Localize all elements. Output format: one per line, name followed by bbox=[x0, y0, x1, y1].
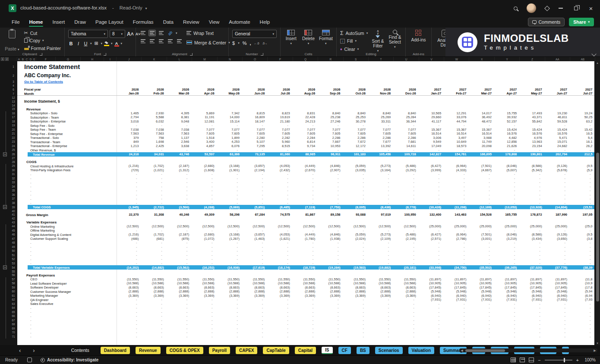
cell[interactable]: 8,815 bbox=[243, 111, 268, 116]
row-number[interactable]: 56 bbox=[9, 273, 17, 277]
cell[interactable]: - bbox=[192, 188, 217, 193]
cell[interactable]: - bbox=[142, 249, 167, 253]
cell[interactable]: - bbox=[243, 245, 268, 249]
cell[interactable]: (7,931) bbox=[419, 298, 444, 302]
row-number[interactable]: 18 bbox=[9, 119, 17, 124]
cell[interactable]: 212,5 bbox=[570, 152, 595, 157]
cell[interactable]: (10,588) bbox=[268, 281, 293, 286]
cell[interactable]: (10,905) bbox=[444, 281, 469, 286]
cell[interactable]: - bbox=[192, 335, 217, 339]
cell[interactable]: (8,663) bbox=[117, 286, 142, 290]
cell[interactable]: (11,550) bbox=[167, 277, 192, 282]
cell[interactable]: (1,780) bbox=[293, 237, 318, 241]
row-number[interactable]: 38 bbox=[9, 201, 17, 205]
cell[interactable]: - bbox=[117, 185, 142, 189]
cell[interactable]: - bbox=[243, 180, 268, 185]
cell[interactable]: 8,831 bbox=[293, 111, 318, 116]
increase-decimal-button[interactable]: ←.0 bbox=[254, 42, 259, 45]
cell[interactable]: (1,216) bbox=[117, 232, 142, 237]
cell[interactable]: (2,888) bbox=[218, 289, 243, 294]
cell[interactable]: - bbox=[318, 148, 343, 152]
cell[interactable]: (6,940) bbox=[419, 294, 444, 298]
cell[interactable]: - bbox=[218, 318, 243, 323]
cell[interactable]: - bbox=[293, 245, 318, 249]
cell[interactable]: - bbox=[192, 201, 217, 205]
row-number[interactable]: 71 bbox=[9, 335, 17, 339]
row-number[interactable]: 58 bbox=[9, 281, 17, 286]
cell[interactable]: - bbox=[419, 261, 444, 266]
cell[interactable]: (17,845) bbox=[520, 286, 545, 290]
cell[interactable]: - bbox=[243, 185, 268, 189]
cell[interactable]: - bbox=[495, 176, 520, 181]
cell[interactable]: - bbox=[318, 306, 343, 310]
cell[interactable]: - bbox=[167, 123, 192, 128]
cell[interactable]: - bbox=[318, 257, 343, 261]
cell[interactable]: - bbox=[520, 318, 545, 323]
cell[interactable]: - bbox=[318, 261, 343, 266]
cell[interactable]: - bbox=[444, 193, 469, 197]
cell[interactable]: 187,990 bbox=[545, 213, 570, 217]
cell[interactable]: 43,371 bbox=[520, 115, 545, 119]
row-number[interactable]: 57 bbox=[9, 277, 17, 282]
cell[interactable]: - bbox=[117, 180, 142, 185]
cell[interactable]: 7,672 bbox=[344, 140, 369, 144]
cell[interactable]: (8,436) bbox=[369, 205, 394, 209]
cell[interactable]: - bbox=[369, 201, 394, 205]
cell[interactable]: - bbox=[570, 245, 595, 249]
cell[interactable]: - bbox=[545, 201, 570, 205]
cell[interactable]: 7,563 bbox=[142, 132, 167, 136]
wrap-text-button[interactable]: Wrap Text bbox=[186, 30, 230, 36]
cell[interactable]: (12,500) bbox=[142, 224, 167, 229]
cell[interactable]: - bbox=[444, 245, 469, 249]
cell[interactable]: - bbox=[192, 148, 217, 152]
cell[interactable]: - bbox=[167, 180, 192, 185]
cell[interactable]: - bbox=[570, 193, 595, 197]
cell[interactable]: (6,964) bbox=[444, 164, 469, 168]
cell[interactable]: - bbox=[243, 314, 268, 318]
cell[interactable]: 25,253 bbox=[344, 115, 369, 119]
cell[interactable]: - bbox=[142, 261, 167, 266]
cell[interactable]: - bbox=[444, 302, 469, 306]
row-number[interactable]: 63 bbox=[9, 302, 17, 306]
column-header-C[interactable]: C bbox=[25, 57, 29, 61]
cell[interactable]: - bbox=[545, 197, 570, 201]
cell[interactable]: 18,147 bbox=[243, 119, 268, 124]
cell[interactable]: - bbox=[142, 310, 167, 314]
cell[interactable]: 17,493 bbox=[520, 111, 545, 116]
cell[interactable]: (3,434) bbox=[520, 237, 545, 241]
cell[interactable]: 16,576 bbox=[545, 132, 570, 136]
align-top-button[interactable] bbox=[139, 30, 147, 36]
cell[interactable]: 12,856 bbox=[495, 140, 520, 144]
cell[interactable]: 2026 bbox=[369, 87, 394, 91]
column-header-L[interactable]: L bbox=[167, 57, 192, 61]
cell[interactable]: - bbox=[142, 180, 167, 185]
cell[interactable]: - bbox=[344, 318, 369, 323]
sheet-tab-scenarios[interactable]: Scenarios bbox=[375, 347, 403, 354]
cell[interactable]: - bbox=[218, 257, 243, 261]
cell[interactable]: - bbox=[495, 257, 520, 261]
cell[interactable]: - bbox=[167, 253, 192, 257]
cell[interactable]: (10,588) bbox=[344, 281, 369, 286]
cell[interactable]: (3,035) bbox=[344, 168, 369, 173]
cell[interactable]: 2,284 bbox=[293, 136, 318, 140]
cell[interactable]: - bbox=[444, 253, 469, 257]
cell[interactable]: 74,575 bbox=[268, 213, 293, 217]
column-header-X[interactable]: X bbox=[469, 57, 494, 61]
cell[interactable]: - bbox=[469, 123, 494, 128]
cell[interactable]: 15,424 bbox=[545, 128, 570, 132]
cell[interactable]: - bbox=[419, 180, 444, 185]
cell[interactable]: - bbox=[545, 253, 570, 257]
cell[interactable]: (11,550) bbox=[394, 277, 419, 282]
bold-button[interactable]: B bbox=[68, 41, 74, 46]
cell[interactable]: - bbox=[344, 302, 369, 306]
cell[interactable]: - bbox=[394, 298, 419, 302]
cell[interactable]: - bbox=[394, 310, 419, 314]
cell[interactable]: - bbox=[293, 330, 318, 335]
cell[interactable]: (3,369) bbox=[117, 294, 142, 298]
cell[interactable]: 7,077 bbox=[293, 128, 318, 132]
cell[interactable]: - bbox=[344, 310, 369, 314]
cell[interactable]: - bbox=[344, 180, 369, 185]
cell[interactable]: 2027 bbox=[469, 87, 494, 91]
cell[interactable]: - bbox=[243, 172, 268, 176]
cell[interactable]: - bbox=[243, 330, 268, 335]
